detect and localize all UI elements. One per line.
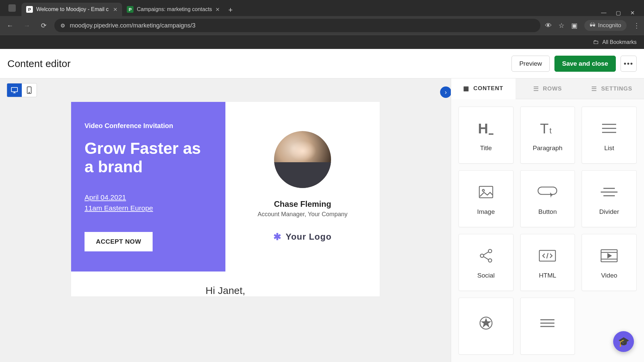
chevron-right-icon: › bbox=[445, 89, 447, 96]
button-block-icon bbox=[537, 182, 557, 202]
svg-point-4 bbox=[29, 92, 30, 93]
app-body: › Video Conference Invitation Grow Faste… bbox=[0, 78, 644, 362]
svg-point-18 bbox=[480, 254, 484, 257]
favicon-icon: P bbox=[26, 6, 33, 13]
incognito-indicator[interactable]: 🕶 Incognito bbox=[584, 20, 627, 31]
window-controls: — ▢ ✕ bbox=[601, 10, 641, 16]
hero-right-panel[interactable]: Chase Fleming Account Manager, Your Comp… bbox=[225, 102, 380, 272]
forward-button[interactable]: → bbox=[21, 19, 33, 32]
browser-chrome: P Welcome to Moodjoy - Email c ✕ P Campa… bbox=[0, 0, 644, 49]
svg-point-13 bbox=[482, 189, 484, 191]
email-preview[interactable]: Video Conference Invitation Grow Faster … bbox=[71, 102, 380, 296]
svg-text:T: T bbox=[540, 121, 549, 136]
incognito-icon: 🕶 bbox=[590, 22, 595, 29]
block-paragraph[interactable]: Tt Paragraph bbox=[520, 107, 575, 164]
close-window-icon[interactable]: ✕ bbox=[630, 10, 635, 16]
block-image[interactable]: Image bbox=[459, 170, 514, 227]
url-field[interactable]: ⚙ moodjoy.pipedrive.com/marketing/campai… bbox=[54, 19, 540, 32]
panel-icon[interactable]: ▣ bbox=[571, 21, 578, 29]
svg-text:H: H bbox=[478, 121, 488, 136]
tab-rows[interactable]: ☰ ROWS bbox=[516, 78, 580, 99]
graduation-cap-icon: 🎓 bbox=[618, 336, 630, 347]
hero-left-panel[interactable]: Video Conference Invitation Grow Faster … bbox=[71, 102, 225, 272]
app-header: Content editor Preview Save and close ••… bbox=[0, 49, 644, 78]
close-icon[interactable]: ✕ bbox=[113, 6, 117, 13]
app-root: Content editor Preview Save and close ••… bbox=[0, 49, 644, 362]
tab-rows-label: ROWS bbox=[543, 85, 562, 92]
block-html[interactable]: HTML bbox=[520, 234, 575, 291]
svg-rect-0 bbox=[11, 87, 17, 92]
block-menu[interactable] bbox=[520, 298, 575, 355]
browser-tab-1[interactable]: P Welcome to Moodjoy - Email c ✕ bbox=[21, 3, 122, 16]
hero-time: 11am Eastern Europe bbox=[85, 203, 212, 214]
svg-rect-14 bbox=[538, 187, 557, 194]
hero-meta: April 04.2021 11am Eastern Europe bbox=[85, 192, 212, 213]
title-block-icon: H bbox=[477, 118, 495, 138]
svg-line-21 bbox=[483, 252, 489, 255]
hero-date: April 04.2021 bbox=[85, 192, 212, 203]
tab-content-label: CONTENT bbox=[473, 85, 503, 92]
svg-line-24 bbox=[547, 253, 548, 258]
html-block-icon bbox=[539, 246, 556, 266]
sidebar-tabs: ▦ CONTENT ☰ ROWS ☰ SETTINGS bbox=[451, 78, 644, 99]
site-settings-icon[interactable]: ⚙ bbox=[60, 22, 65, 29]
svg-point-19 bbox=[488, 249, 492, 253]
all-bookmarks-button[interactable]: All Bookmarks bbox=[602, 39, 637, 45]
block-html-label: HTML bbox=[539, 272, 556, 279]
paragraph-block-icon: Tt bbox=[538, 118, 557, 138]
tab-settings[interactable]: ☰ SETTINGS bbox=[580, 78, 644, 99]
reload-button[interactable]: ⟳ bbox=[38, 19, 50, 32]
editor-sidebar: ▦ CONTENT ☰ ROWS ☰ SETTINGS H Title bbox=[451, 78, 644, 362]
svg-rect-12 bbox=[479, 186, 493, 198]
content-blocks-grid: H Title Tt Paragraph List bbox=[451, 99, 644, 362]
close-icon[interactable]: ✕ bbox=[215, 6, 220, 13]
favicon-icon: P bbox=[127, 6, 133, 13]
maximize-icon[interactable]: ▢ bbox=[616, 10, 621, 16]
divider-block-icon bbox=[600, 182, 618, 202]
browser-tab-2[interactable]: P Campaigns: marketing contacts ✕ bbox=[122, 3, 224, 16]
presenter-avatar bbox=[274, 131, 331, 188]
block-social[interactable]: Social bbox=[459, 234, 514, 291]
email-greeting[interactable]: Hi Janet, bbox=[71, 272, 380, 296]
eye-off-icon[interactable]: 👁 bbox=[545, 22, 552, 29]
tab-search-icon bbox=[8, 4, 16, 12]
block-social-label: Social bbox=[477, 272, 495, 279]
image-block-icon bbox=[479, 182, 493, 202]
editor-canvas[interactable]: › Video Conference Invitation Grow Faste… bbox=[0, 78, 451, 362]
tab-search-button[interactable] bbox=[3, 0, 21, 16]
block-button-label: Button bbox=[538, 208, 557, 216]
block-title[interactable]: H Title bbox=[459, 107, 514, 164]
more-menu-button[interactable]: ••• bbox=[621, 56, 637, 72]
mobile-view-button[interactable] bbox=[22, 83, 37, 97]
collapse-sidebar-button[interactable]: › bbox=[440, 86, 451, 98]
save-and-close-button[interactable]: Save and close bbox=[554, 56, 616, 72]
minimize-icon[interactable]: — bbox=[601, 10, 606, 16]
help-fab-button[interactable]: 🎓 bbox=[613, 331, 634, 352]
preview-button[interactable]: Preview bbox=[512, 56, 550, 72]
logo-text: Your Logo bbox=[285, 232, 331, 242]
desktop-view-button[interactable] bbox=[7, 83, 22, 97]
block-button[interactable]: Button bbox=[520, 170, 575, 227]
address-bar: ← → ⟳ ⚙ moodjoy.pipedrive.com/marketing/… bbox=[0, 16, 644, 35]
svg-text:t: t bbox=[549, 126, 552, 135]
bookmark-star-icon[interactable]: ☆ bbox=[558, 21, 565, 29]
tab-content[interactable]: ▦ CONTENT bbox=[451, 78, 516, 99]
company-logo: ✱ Your Logo bbox=[273, 231, 331, 242]
device-toggle bbox=[7, 83, 37, 97]
star-block-icon bbox=[479, 313, 493, 333]
tab-settings-label: SETTINGS bbox=[601, 85, 632, 92]
svg-point-20 bbox=[488, 259, 492, 262]
back-button[interactable]: ← bbox=[4, 19, 16, 32]
kebab-menu-icon[interactable]: ⋮ bbox=[633, 21, 640, 29]
block-divider[interactable]: Divider bbox=[582, 170, 637, 227]
accept-now-button[interactable]: ACCEPT NOW bbox=[85, 232, 153, 251]
block-icons[interactable] bbox=[459, 298, 514, 355]
block-video[interactable]: Video bbox=[582, 234, 637, 291]
new-tab-button[interactable]: + bbox=[224, 4, 236, 16]
logo-mark-icon: ✱ bbox=[273, 231, 281, 242]
svg-line-22 bbox=[483, 256, 489, 260]
tab-title: Campaigns: marketing contacts bbox=[137, 6, 212, 12]
block-list[interactable]: List bbox=[582, 107, 637, 164]
tab-title: Welcome to Moodjoy - Email c bbox=[36, 6, 110, 12]
settings-icon: ☰ bbox=[591, 85, 597, 93]
